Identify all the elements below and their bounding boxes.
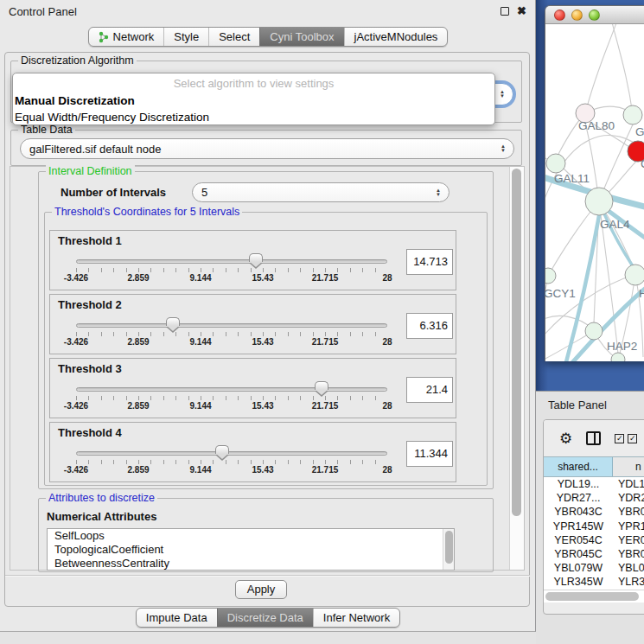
table-row[interactable]: YBR043CYBR0 xyxy=(544,505,644,519)
slider-tick-labels: -3.4262.8599.14415.4321.71528 xyxy=(76,273,387,284)
combo-stepper-icon: ▲▼ xyxy=(500,90,505,99)
slider-track[interactable] xyxy=(76,451,387,456)
node-h[interactable] xyxy=(625,265,644,285)
threshold-4-slider[interactable]: -3.4262.8599.14415.4321.71528 xyxy=(76,450,387,474)
network-canvas[interactable]: GAL80 G C GAL11 GAL4 GCY1 H HAP2 xyxy=(545,24,644,361)
table-row[interactable]: YBL079WYBL0 xyxy=(544,561,644,575)
table-row[interactable]: YLR345WYLR3 xyxy=(544,575,644,589)
node-top-right[interactable] xyxy=(623,105,642,124)
threshold-4-value-field[interactable]: 11.344 xyxy=(406,441,453,467)
tab-impute-data[interactable]: Impute Data xyxy=(137,609,217,627)
node-label: GCY1 xyxy=(545,287,576,300)
slider-handle[interactable] xyxy=(315,381,328,390)
tab-select[interactable]: Select xyxy=(208,28,259,46)
vertical-scrollbar[interactable] xyxy=(509,167,524,570)
network-graph: GAL80 G C GAL11 GAL4 GCY1 H HAP2 xyxy=(545,24,644,361)
table-row[interactable]: YBR045CYBR0 xyxy=(544,547,644,561)
node-bottom-partial[interactable] xyxy=(611,353,625,361)
table-row[interactable]: YER054CYER0 xyxy=(544,533,644,547)
interval-definition-legend: Interval Definition xyxy=(46,165,135,177)
algorithm-prompt-item[interactable]: Select algorithm to view settings xyxy=(13,75,494,92)
list-item[interactable]: BetweennessCentrality xyxy=(48,557,454,571)
tab-style[interactable]: Style xyxy=(163,28,208,46)
float-window-icon[interactable] xyxy=(501,7,509,16)
tab-discretize-data[interactable]: Discretize Data xyxy=(217,609,313,627)
combo-stepper-icon: ▲▼ xyxy=(501,144,506,153)
table-row[interactable]: YPR145WYPR1 xyxy=(544,520,644,533)
table-panel-title: Table Panel xyxy=(548,399,607,411)
list-item[interactable]: SelfLoops xyxy=(48,529,454,543)
node-label: GAL80 xyxy=(578,119,615,132)
threshold-2-slider[interactable]: -3.4262.8599.14415.4321.71528 xyxy=(76,322,387,346)
slider-track[interactable] xyxy=(76,259,387,264)
select-all-checkbox-icon[interactable]: ✓ xyxy=(615,434,624,443)
tab-network-label: Network xyxy=(113,30,155,43)
algorithm-option-manual[interactable]: Manual Discretization xyxy=(13,92,494,109)
threshold-3-value-field[interactable]: 21.4 xyxy=(406,377,453,403)
close-traffic-light-icon[interactable] xyxy=(554,10,565,21)
slider-handle[interactable] xyxy=(215,445,229,454)
algorithm-option-equal-width[interactable]: Equal Width/Frequency Discretization xyxy=(13,109,494,125)
table-panel-region: Table Panel ⚙ ✓ ✓ shared... n YDL19...YD… xyxy=(536,391,644,644)
threshold-2-label: Threshold 2 xyxy=(58,298,122,311)
zoom-traffic-light-icon[interactable] xyxy=(589,10,600,21)
bottom-tab-bar: Impute Data Discretize Data Infer Networ… xyxy=(0,608,536,628)
list-scrollbar[interactable] xyxy=(443,529,454,570)
divider xyxy=(5,575,530,577)
vertical-scrollbar-thumb[interactable] xyxy=(512,169,521,516)
node-label: H xyxy=(639,287,644,300)
column-header-name[interactable]: n xyxy=(613,457,644,476)
network-window: GAL80 G C GAL11 GAL4 GCY1 H HAP2 xyxy=(545,5,644,361)
control-panel-window: Control Panel ✖ Network Style Select Cyn… xyxy=(0,0,536,632)
list-item[interactable]: TopologicalCoefficient xyxy=(48,543,454,557)
threshold-3-slider[interactable]: -3.4262.8599.14415.4321.71528 xyxy=(76,386,387,410)
node-gal11[interactable] xyxy=(546,154,565,173)
slider-handle[interactable] xyxy=(166,317,180,326)
table-data-combobox[interactable]: galFiltered.sif default node ▲▼ xyxy=(20,138,514,159)
tab-infer-network[interactable]: Infer Network xyxy=(313,609,399,627)
network-desktop: GAL80 G C GAL11 GAL4 GCY1 H HAP2 xyxy=(536,0,644,391)
threshold-1-slider[interactable]: -3.4262.8599.14415.4321.71528 xyxy=(76,258,387,282)
numerical-attributes-title: Numerical Attributes xyxy=(47,510,156,523)
tab-jactivemnodules[interactable]: jActiveMNodules xyxy=(344,28,448,46)
table-row[interactable]: YDL19...YDL1 xyxy=(544,477,644,491)
node-label: GAL4 xyxy=(600,218,630,231)
network-window-titlebar[interactable] xyxy=(545,6,644,24)
tab-cyni-toolbox[interactable]: Cyni Toolbox xyxy=(259,28,343,46)
discretization-algorithm-legend: Discretization Algorithm xyxy=(18,54,137,67)
node-gal4[interactable] xyxy=(585,188,613,215)
window-title: Control Panel xyxy=(9,5,77,18)
threshold-4-panel: Threshold 4 -3.4262.8599.14415.4321.7152… xyxy=(49,422,456,482)
threshold-2-panel: Threshold 2 -3.4262.8599.14415.4321.7152… xyxy=(49,294,456,354)
threshold-4-label: Threshold 4 xyxy=(58,426,122,439)
slider-tick-labels: -3.4262.8599.14415.4321.71528 xyxy=(76,337,387,348)
column-header-shared-name[interactable]: shared... xyxy=(544,457,613,476)
slider-ticks xyxy=(76,460,387,464)
number-of-intervals-combobox[interactable]: 5 ▲▼ xyxy=(192,182,450,202)
desktop: { "titlebar": { "title": "Control Panel"… xyxy=(0,0,644,644)
node-hap2[interactable] xyxy=(585,322,603,340)
table-row[interactable]: YDR27...YDR2 xyxy=(544,491,644,505)
apply-button[interactable]: Apply xyxy=(235,580,287,599)
node-table-browser: ⚙ ✓ ✓ shared... n YDL19...YDL1 YDR27...Y… xyxy=(543,419,644,615)
threshold-1-value-field[interactable]: 14.713 xyxy=(406,249,453,275)
horizontal-scrollbar-thumb[interactable] xyxy=(545,592,639,601)
list-scrollbar-thumb[interactable] xyxy=(445,531,453,564)
slider-handle[interactable] xyxy=(249,253,263,262)
horizontal-scrollbar[interactable] xyxy=(544,590,644,603)
slider-track[interactable] xyxy=(76,387,387,392)
table-data-value: galFiltered.sif default node xyxy=(29,143,161,156)
gear-icon[interactable]: ⚙ xyxy=(559,430,572,448)
close-window-icon[interactable]: ✖ xyxy=(517,7,526,16)
split-columns-icon[interactable] xyxy=(586,431,601,445)
number-of-intervals-label: Number of Intervals xyxy=(61,186,166,199)
select-columns-checkbox-icon[interactable]: ✓ xyxy=(628,434,637,443)
threshold-2-value-field[interactable]: 6.316 xyxy=(406,313,453,339)
slider-tick-labels: -3.4262.8599.14415.4321.71528 xyxy=(76,465,387,475)
number-of-intervals-value: 5 xyxy=(201,186,207,199)
tab-network[interactable]: Network xyxy=(89,28,164,46)
slider-track[interactable] xyxy=(76,323,387,328)
node-gcy1[interactable] xyxy=(545,268,556,284)
minimize-traffic-light-icon[interactable] xyxy=(571,10,583,21)
table-header-row: shared... n xyxy=(544,456,644,477)
